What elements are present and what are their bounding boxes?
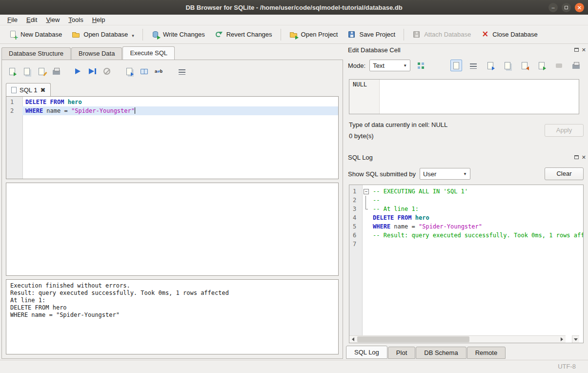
open-project-icon	[289, 30, 298, 39]
write-changes-button[interactable]: Write Changes	[147, 28, 209, 41]
code-line[interactable]: 5WHERE name = "Spider-Youngster"	[349, 222, 583, 231]
export-results-icon	[126, 68, 132, 75]
save-sql-file-button[interactable]	[20, 65, 33, 78]
code-text: WHERE name = "Spider-Youngster"	[370, 222, 583, 231]
main-content: Database Structure Browse Data Execute S…	[0, 44, 588, 360]
fold-gutter	[362, 213, 370, 222]
sql-1-tab[interactable]: SQL 1 ✖	[6, 83, 51, 96]
export-cell-button[interactable]	[519, 60, 530, 71]
tab-plot[interactable]: Plot	[388, 347, 415, 359]
menu-view[interactable]: View	[41, 15, 64, 25]
scroll-right-icon[interactable]	[558, 336, 566, 343]
statusbar: UTF-8	[0, 360, 588, 373]
save-sql-as-button[interactable]	[35, 65, 48, 78]
clear-log-button[interactable]: Clear	[545, 167, 584, 180]
maximize-button[interactable]	[562, 3, 571, 12]
text-mode-button[interactable]	[450, 60, 462, 71]
edit-cell-title: Edit Database Cell	[348, 46, 574, 54]
results-grid[interactable]	[6, 183, 339, 276]
print-cell-button[interactable]	[570, 60, 582, 71]
float-panel-icon[interactable]	[574, 155, 579, 159]
tab-sql-log[interactable]: SQL Log	[346, 346, 387, 359]
minimize-button[interactable]: –	[548, 3, 558, 12]
new-database-button[interactable]: + New Database	[5, 28, 66, 41]
log-filter-combobox[interactable]: User ▼	[420, 168, 470, 180]
scroll-down-icon[interactable]	[572, 335, 579, 343]
close-tab-icon[interactable]: ✖	[40, 86, 45, 94]
open-database-dropdown-icon[interactable]: ▾	[132, 33, 134, 39]
copy-cell-button[interactable]	[502, 60, 513, 71]
save-sql-file-icon	[24, 68, 30, 75]
encoding-indicator[interactable]: UTF-8	[558, 363, 576, 370]
export-doc-icon	[522, 62, 527, 69]
scroll-left-icon[interactable]	[349, 336, 357, 343]
menu-help[interactable]: Help	[88, 15, 110, 25]
attach-database-icon	[412, 30, 421, 39]
open-database-button[interactable]: Open Database ▾	[68, 28, 138, 41]
execution-message: Execution finished without errors.Result…	[6, 279, 339, 354]
right-panel: Edit Database Cell ✕ Mode: Text ▼	[345, 44, 588, 360]
close-panel-icon[interactable]: ✕	[582, 47, 586, 53]
open-project-button[interactable]: Open Project	[285, 28, 342, 41]
menu-edit[interactable]: Edit	[22, 15, 41, 25]
sql-log-view[interactable]: 1-- EXECUTING ALL IN 'SQL 1'2--3-- At li…	[349, 185, 584, 343]
scrollbar-thumb[interactable]	[357, 336, 469, 342]
close-database-button[interactable]: × Close Database	[477, 28, 542, 41]
code-text: WHERE name = "Spider-Youngster"	[22, 106, 338, 115]
close-panel-icon[interactable]: ✕	[582, 155, 586, 160]
close-button[interactable]: ✕	[575, 3, 584, 12]
menubar: File Edit View Tools Help	[0, 15, 588, 25]
mode-combobox[interactable]: Text ▼	[369, 60, 410, 71]
import-cell-button[interactable]	[485, 60, 496, 71]
save-project-button[interactable]: Save Project	[344, 28, 399, 41]
word-wrap-cell-button[interactable]	[467, 60, 479, 71]
tab-execute-sql[interactable]: Execute SQL	[122, 46, 175, 60]
word-wrap-icon	[179, 69, 185, 75]
line-number: 5	[349, 222, 362, 231]
print-icon	[53, 70, 60, 75]
cell-info: Type of data currently in cell: NULL 0 b…	[345, 121, 588, 145]
execute-current-line-button[interactable]	[86, 65, 99, 78]
apply-format-button[interactable]	[414, 59, 427, 72]
tab-remote[interactable]: Remote	[467, 347, 506, 359]
bottom-tab-bar: SQL Log Plot DB Schema Remote	[345, 345, 588, 359]
horizontal-scrollbar[interactable]	[349, 335, 566, 343]
fold-marker-icon[interactable]	[362, 187, 370, 196]
code-line[interactable]: 2WHERE name = "Spider-Youngster"	[6, 106, 338, 115]
scrollbar-track[interactable]	[357, 336, 558, 343]
cell-value-editor[interactable]: NULL	[349, 79, 579, 114]
code-line[interactable]: 2--	[349, 196, 583, 205]
code-line[interactable]: 4DELETE FROM hero	[349, 213, 583, 222]
sql-code-editor[interactable]: 1DELETE FROM hero2WHERE name = "Spider-Y…	[6, 96, 339, 179]
export-results-button[interactable]	[123, 65, 136, 78]
word-wrap-button[interactable]	[176, 65, 188, 78]
titlebar[interactable]: DB Browser for SQLite - /home/user/code/…	[0, 0, 588, 15]
tab-database-structure[interactable]: Database Structure	[1, 47, 71, 60]
fold-marker-icon	[362, 196, 370, 205]
open-browser-button[interactable]	[138, 65, 150, 78]
code-line[interactable]: 7	[349, 240, 583, 249]
code-line[interactable]: 1-- EXECUTING ALL IN 'SQL 1'	[349, 187, 583, 196]
set-null-button[interactable]	[553, 60, 565, 71]
save-cell-button[interactable]	[536, 60, 547, 71]
code-text: --	[370, 196, 583, 205]
fold-gutter	[362, 231, 370, 240]
menu-file[interactable]: File	[3, 15, 22, 25]
apply-button: Apply	[545, 124, 584, 137]
code-line[interactable]: 3-- At line 1:	[349, 205, 583, 213]
find-replace-button[interactable]: a⇄b	[152, 65, 165, 78]
revert-changes-button[interactable]: Revert Changes	[211, 28, 276, 41]
fold-gutter	[362, 222, 370, 231]
menu-tools[interactable]: Tools	[64, 15, 87, 25]
code-line[interactable]: 6-- Result: query executed successfully.…	[349, 231, 583, 240]
open-sql-file-button[interactable]	[6, 65, 19, 78]
attach-database-button: Attach Database	[408, 28, 475, 41]
execute-sql-button[interactable]	[71, 65, 84, 78]
tab-browse-data[interactable]: Browse Data	[71, 47, 122, 60]
code-line[interactable]: 1DELETE FROM hero	[6, 98, 338, 106]
float-panel-icon[interactable]	[574, 48, 579, 52]
open-sql-file-icon	[9, 68, 15, 75]
code-text: -- At line 1:	[370, 205, 583, 213]
print-sql-button[interactable]	[50, 65, 62, 78]
tab-db-schema[interactable]: DB Schema	[416, 347, 466, 359]
